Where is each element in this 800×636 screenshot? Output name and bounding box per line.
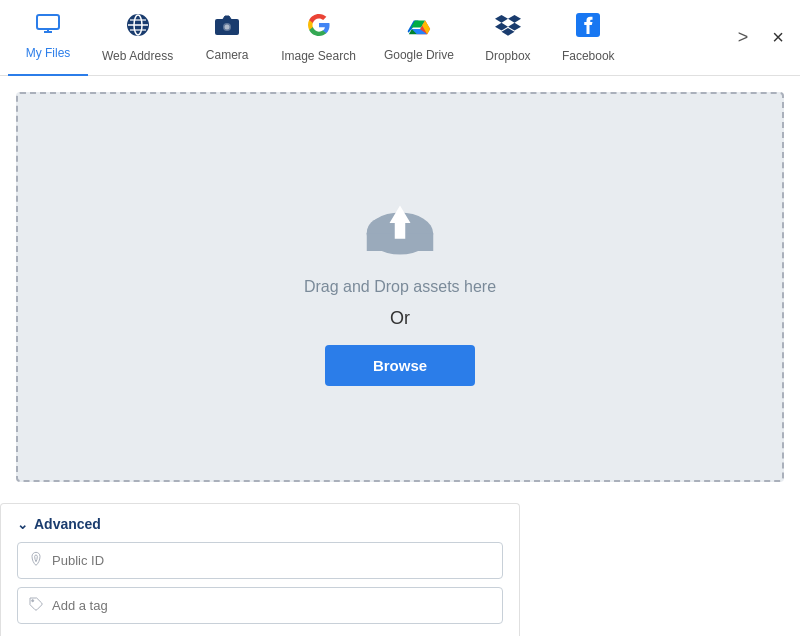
tab-image-search[interactable]: Image Search xyxy=(267,0,370,76)
tab-dropbox[interactable]: Dropbox xyxy=(468,0,548,76)
advanced-section: ⌄ Advanced xyxy=(0,503,520,636)
public-id-input[interactable] xyxy=(52,553,492,568)
public-id-field[interactable] xyxy=(17,542,503,579)
browse-button[interactable]: Browse xyxy=(325,345,475,386)
svg-point-10 xyxy=(225,24,230,29)
camera-icon xyxy=(214,14,240,42)
advanced-toggle[interactable]: ⌄ Advanced xyxy=(17,516,503,532)
dropzone[interactable]: Drag and Drop assets here Or Browse xyxy=(16,92,784,482)
tab-bar: My Files Web Address Camera xyxy=(0,0,800,76)
tab-dropbox-label: Dropbox xyxy=(485,49,530,63)
facebook-icon xyxy=(576,13,600,43)
tab-my-files[interactable]: My Files xyxy=(8,0,88,76)
tab-facebook[interactable]: Facebook xyxy=(548,0,629,76)
upload-cloud-icon xyxy=(355,188,445,258)
close-button[interactable]: × xyxy=(764,22,792,53)
scroll-right-button[interactable]: > xyxy=(730,23,757,52)
fingerprint-icon xyxy=(28,551,44,570)
google-icon xyxy=(307,13,331,43)
chevron-down-icon: ⌄ xyxy=(17,517,28,532)
tab-web-address[interactable]: Web Address xyxy=(88,0,187,76)
tag-field[interactable] xyxy=(17,587,503,624)
advanced-label: Advanced xyxy=(34,516,101,532)
tab-google-drive[interactable]: Google Drive xyxy=(370,0,468,76)
svg-point-17 xyxy=(32,600,34,602)
globe-icon xyxy=(126,13,150,43)
tab-image-search-label: Image Search xyxy=(281,49,356,63)
drag-drop-text: Drag and Drop assets here xyxy=(304,278,496,296)
tab-bar-controls: > × xyxy=(730,22,792,53)
tab-facebook-label: Facebook xyxy=(562,49,615,63)
tab-camera-label: Camera xyxy=(206,48,249,62)
tag-input[interactable] xyxy=(52,598,492,613)
dropbox-icon xyxy=(495,13,521,43)
tab-my-files-label: My Files xyxy=(26,46,71,60)
tab-camera[interactable]: Camera xyxy=(187,0,267,76)
tag-icon xyxy=(28,596,44,615)
tab-google-drive-label: Google Drive xyxy=(384,48,454,62)
svg-rect-0 xyxy=(37,15,59,29)
google-drive-icon xyxy=(406,14,432,42)
tab-web-address-label: Web Address xyxy=(102,49,173,63)
monitor-icon xyxy=(36,14,60,40)
or-text: Or xyxy=(390,308,410,329)
